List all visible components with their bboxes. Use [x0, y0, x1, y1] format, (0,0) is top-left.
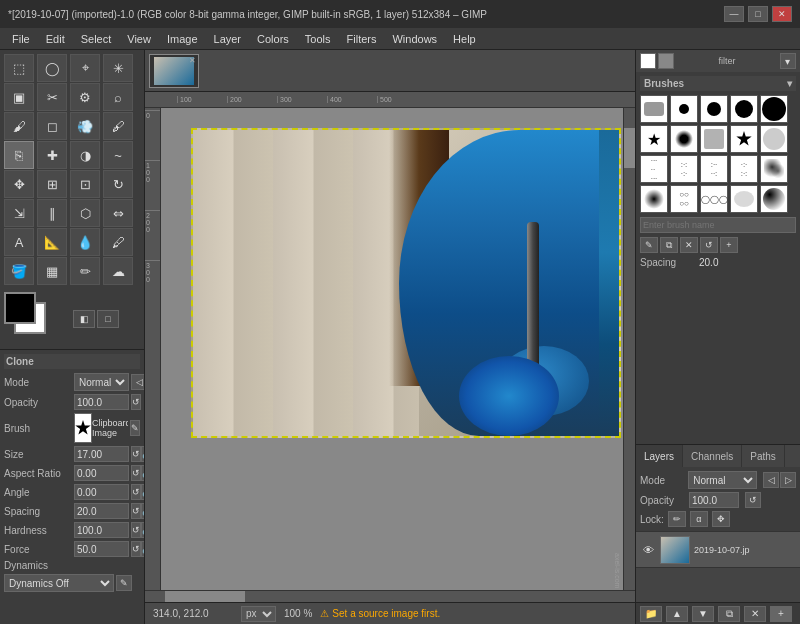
menu-item-filters[interactable]: Filters: [339, 31, 385, 47]
layer-mode-select[interactable]: Normal: [688, 471, 757, 489]
image-canvas[interactable]: [191, 128, 621, 438]
tool-clone[interactable]: ⎘: [4, 141, 34, 169]
horizontal-scrollbar[interactable]: [145, 590, 635, 602]
aspect-input[interactable]: [74, 465, 129, 481]
tool-eyedropper[interactable]: 💧: [70, 228, 100, 256]
menu-item-help[interactable]: Help: [445, 31, 484, 47]
menu-item-select[interactable]: Select: [73, 31, 120, 47]
tool-fuzzy-select[interactable]: ✳: [103, 54, 133, 82]
brush-cell-6[interactable]: ★: [640, 125, 668, 153]
tab-layers[interactable]: Layers: [636, 445, 683, 467]
tool-scissors[interactable]: ✂: [37, 83, 67, 111]
hardness-link[interactable]: 🔗: [141, 522, 144, 538]
menu-item-edit[interactable]: Edit: [38, 31, 73, 47]
brush-cell-1[interactable]: [640, 95, 668, 123]
brush-cell-14[interactable]: ·:·:·:: [730, 155, 758, 183]
lock-position-btn[interactable]: ✥: [712, 511, 730, 527]
swatch-white[interactable]: [640, 53, 656, 69]
tool-scale[interactable]: ⇲: [4, 199, 34, 227]
layer-item[interactable]: 👁 2019-10-07.jp: [636, 532, 800, 568]
angle-link[interactable]: 🔗: [141, 484, 144, 500]
dynamics-select[interactable]: Dynamics Off: [4, 574, 114, 592]
brush-cell-7[interactable]: [670, 125, 698, 153]
menu-item-colors[interactable]: Colors: [249, 31, 297, 47]
size-link[interactable]: 🔗: [141, 446, 144, 462]
tool-move[interactable]: ✥: [4, 170, 34, 198]
tool-perspective[interactable]: ⬡: [70, 199, 100, 227]
lock-pixels-btn[interactable]: ✏: [668, 511, 686, 527]
brush-cell-13[interactable]: :····:: [700, 155, 728, 183]
layer-mode-prev[interactable]: ◁: [763, 472, 779, 488]
tool-paths[interactable]: ⌕: [103, 83, 133, 111]
foreground-color-swatch[interactable]: [4, 292, 36, 324]
brush-cell-11[interactable]: ········: [640, 155, 668, 183]
layer-opacity-reset[interactable]: ↺: [745, 492, 761, 508]
brush-cell-18[interactable]: ◯◯◯: [700, 185, 728, 213]
brush-cell-8[interactable]: [700, 125, 728, 153]
opacity-reset[interactable]: ↺: [131, 394, 141, 410]
tool-crop[interactable]: ⊡: [70, 170, 100, 198]
view-mode-button[interactable]: □: [97, 310, 119, 328]
spacing-input[interactable]: [74, 503, 129, 519]
menu-item-image[interactable]: Image: [159, 31, 206, 47]
layer-move-down-btn[interactable]: ▼: [692, 606, 714, 622]
layer-delete-btn[interactable]: ✕: [744, 606, 766, 622]
brush-cell-20[interactable]: [760, 185, 788, 213]
layer-visibility-toggle[interactable]: 👁: [640, 542, 656, 558]
tool-heal[interactable]: ✚: [37, 141, 67, 169]
brush-edit-btn[interactable]: ✎: [640, 237, 658, 253]
brush-cell-3[interactable]: [700, 95, 728, 123]
minimize-button[interactable]: —: [724, 6, 744, 22]
mode-select[interactable]: Normal: [74, 373, 129, 391]
swatch-gray[interactable]: [658, 53, 674, 69]
force-reset[interactable]: ↺: [131, 541, 141, 557]
thumbnail-item[interactable]: ✕: [149, 54, 199, 88]
scrollbar-thumb-h[interactable]: [165, 591, 245, 602]
menu-item-windows[interactable]: Windows: [384, 31, 445, 47]
brush-refresh-btn[interactable]: ↺: [700, 237, 718, 253]
brush-cell-9[interactable]: [730, 125, 758, 153]
tool-measure[interactable]: 📐: [37, 228, 67, 256]
canvas-viewport[interactable]: 0 100 200 300 axel-is.com: [145, 108, 635, 590]
layer-move-up-btn[interactable]: ▲: [666, 606, 688, 622]
tool-color-picker[interactable]: 🖊: [103, 228, 133, 256]
tool-free-select[interactable]: ⌖: [70, 54, 100, 82]
brush-add-btn[interactable]: +: [720, 237, 738, 253]
tool-shear[interactable]: ∥: [37, 199, 67, 227]
menu-item-file[interactable]: File: [4, 31, 38, 47]
size-reset[interactable]: ↺: [131, 446, 141, 462]
unit-select[interactable]: px mm in: [241, 606, 276, 622]
tool-flip[interactable]: ⇔: [103, 199, 133, 227]
tool-align[interactable]: ⊞: [37, 170, 67, 198]
brush-cell-19[interactable]: [730, 185, 758, 213]
tool-airbrush[interactable]: 💨: [70, 112, 100, 140]
vertical-scrollbar[interactable]: [623, 108, 635, 590]
brush-preview[interactable]: [74, 413, 92, 443]
brush-search-input[interactable]: [640, 217, 796, 233]
brush-cell-5[interactable]: [760, 95, 788, 123]
brush-cell-4[interactable]: [730, 95, 758, 123]
close-button[interactable]: ✕: [772, 6, 792, 22]
scrollbar-thumb-v[interactable]: [624, 128, 635, 168]
tool-text[interactable]: A: [4, 228, 34, 256]
tool-select-by-color[interactable]: ▣: [4, 83, 34, 111]
layer-new-group-btn[interactable]: 📁: [640, 606, 662, 622]
tool-eraser[interactable]: ◻: [37, 112, 67, 140]
panel-menu-button[interactable]: ▾: [780, 53, 796, 69]
aspect-reset[interactable]: ↺: [131, 465, 141, 481]
spacing-reset[interactable]: ↺: [131, 503, 141, 519]
mode-arrow-left[interactable]: ◁: [131, 374, 144, 390]
hardness-reset[interactable]: ↺: [131, 522, 141, 538]
aspect-link[interactable]: 🔗: [141, 465, 144, 481]
brush-cell-15[interactable]: [760, 155, 788, 183]
tool-rotate[interactable]: ↻: [103, 170, 133, 198]
tool-smudge[interactable]: ~: [103, 141, 133, 169]
brush-delete-btn[interactable]: ✕: [680, 237, 698, 253]
dynamics-edit[interactable]: ✎: [116, 575, 132, 591]
layer-duplicate-btn[interactable]: ⧉: [718, 606, 740, 622]
tool-fill[interactable]: 🪣: [4, 257, 34, 285]
tool-pencil[interactable]: ✏: [70, 257, 100, 285]
tool-ellipse-select[interactable]: ◯: [37, 54, 67, 82]
canvas-inner[interactable]: axel-is.com: [161, 108, 623, 590]
maximize-button[interactable]: □: [748, 6, 768, 22]
